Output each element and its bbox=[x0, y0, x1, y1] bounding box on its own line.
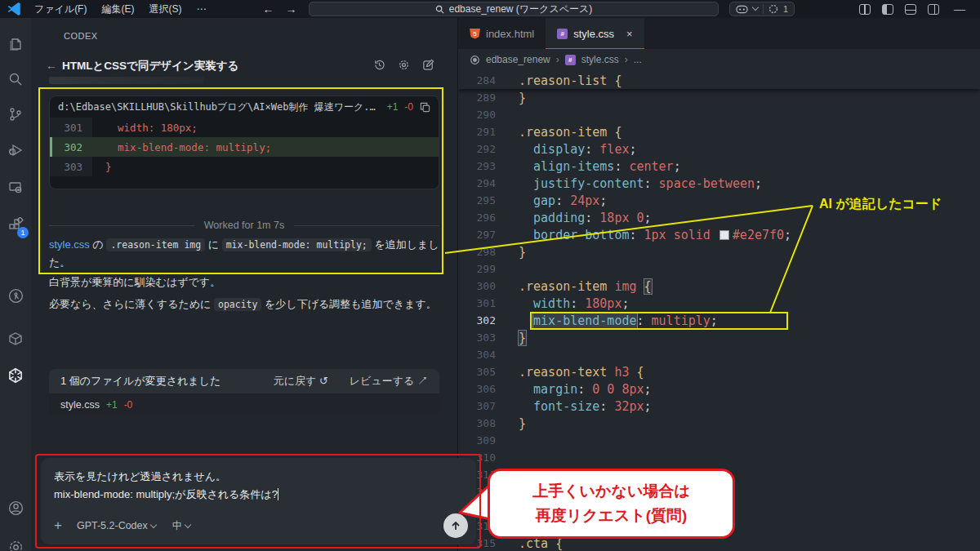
editor-line[interactable]: 293 align-items: center; bbox=[458, 158, 980, 175]
prompt-line-1: 表示を見たけれど透過されません。 bbox=[54, 468, 278, 486]
editor-line[interactable]: 292 display: flex; bbox=[458, 140, 980, 158]
editor-line[interactable]: 290 bbox=[458, 106, 980, 123]
editor-line[interactable]: 299 bbox=[458, 260, 980, 278]
nav-back-icon[interactable]: ← bbox=[262, 2, 274, 16]
copilot-icon bbox=[736, 5, 748, 14]
files-changed-card: 1 個のファイルが変更されました 元に戻す ↺ レビューする ↗ style.c… bbox=[49, 369, 439, 416]
undo-button[interactable]: 元に戻す ↺ bbox=[274, 374, 328, 389]
toggle-secondary-sidebar-icon[interactable] bbox=[928, 4, 939, 15]
tab-style-css[interactable]: # style.css × bbox=[546, 18, 644, 49]
message-text: 必要なら、さらに薄くするために bbox=[49, 298, 214, 310]
menu-edit[interactable]: 編集(E) bbox=[101, 2, 134, 16]
message-text: の bbox=[90, 238, 107, 251]
effort-selector[interactable]: 中 bbox=[172, 519, 201, 533]
file-added-count: +1 bbox=[106, 399, 118, 411]
message-text: を少し下げる調整も追加できます。 bbox=[261, 298, 436, 310]
changed-file-name: style.css bbox=[60, 399, 100, 411]
inline-code: opacity bbox=[214, 298, 261, 311]
changed-file-row[interactable]: style.css +1 -0 bbox=[49, 393, 439, 416]
tab-index-html[interactable]: 5 index.html bbox=[458, 18, 546, 49]
arrow-up-icon bbox=[450, 520, 461, 531]
assistant-message-1: style.css の .reason-item img に mix-blend… bbox=[49, 236, 446, 272]
breadcrumb-separator: › bbox=[625, 54, 628, 65]
panel-title: CODEX bbox=[64, 31, 98, 41]
editor-line[interactable]: 307 font-size: 32px; bbox=[458, 398, 980, 415]
clipped-previous-message bbox=[49, 77, 204, 84]
inline-code: mix-blend-mode: multiply; bbox=[222, 238, 372, 251]
close-tab-icon[interactable]: × bbox=[626, 28, 633, 40]
message-text: に bbox=[205, 238, 222, 251]
search-sidebar-icon[interactable] bbox=[6, 69, 25, 89]
timeline-circle-icon[interactable] bbox=[6, 286, 25, 305]
html-file-icon: 5 bbox=[470, 29, 480, 39]
new-chat-icon[interactable] bbox=[422, 59, 434, 71]
send-button[interactable] bbox=[443, 513, 468, 538]
title-bar: ファイル(F) 編集(E) 選択(S) ⋯ ← → edbase_renew (… bbox=[0, 0, 980, 18]
editor-line[interactable]: 305.reason-text h3 { bbox=[458, 363, 980, 380]
workspace-search-input[interactable]: edbase_renew (ワークスペース) bbox=[309, 2, 719, 16]
editor-line[interactable]: 297 border-bottom: 1px solid #e2e7f0; bbox=[458, 226, 980, 243]
editor-line[interactable]: 291.reason-item { bbox=[458, 123, 980, 140]
copy-icon[interactable] bbox=[420, 102, 430, 113]
assistant-message-2: 白背景が乗算的に馴染むはずです。 bbox=[49, 273, 446, 291]
extensions-icon[interactable]: 1 bbox=[6, 216, 25, 235]
run-debug-icon[interactable] bbox=[6, 140, 25, 160]
editor-line[interactable]: 310 bbox=[458, 449, 980, 466]
editor-line[interactable]: 309 bbox=[458, 432, 980, 449]
editor-line[interactable]: 294 justify-content: space-between; bbox=[458, 175, 980, 192]
review-button[interactable]: レビューする ↗ bbox=[350, 374, 428, 389]
attach-button[interactable]: + bbox=[54, 518, 62, 534]
remote-explorer-icon[interactable] bbox=[6, 178, 25, 198]
bubble-line-2: 再度リクエスト(質問) bbox=[536, 505, 688, 527]
editor-line[interactable]: 304 bbox=[458, 346, 980, 363]
toggle-panel-icon[interactable] bbox=[905, 4, 916, 15]
gear-icon[interactable] bbox=[398, 59, 410, 71]
history-icon[interactable] bbox=[373, 59, 385, 71]
editor-line[interactable]: 308} bbox=[458, 415, 980, 432]
container-icon[interactable] bbox=[6, 329, 25, 349]
layout-grid-icon[interactable] bbox=[859, 4, 871, 15]
symbol-circle-icon bbox=[470, 55, 480, 65]
breadcrumb-file[interactable]: style.css bbox=[581, 54, 619, 65]
menu-more[interactable]: ⋯ bbox=[196, 3, 206, 15]
editor-line[interactable]: 300.reason-item img { bbox=[458, 278, 980, 295]
prompt-input[interactable]: 表示を見たけれど透過されません。 mix-blend-mode: multipl… bbox=[41, 458, 476, 544]
account-icon[interactable] bbox=[6, 498, 25, 518]
explorer-icon[interactable] bbox=[6, 34, 25, 54]
divider bbox=[763, 4, 764, 14]
file-link[interactable]: style.css bbox=[49, 238, 90, 251]
search-icon bbox=[435, 5, 444, 14]
chevron-down-icon bbox=[150, 522, 157, 528]
menu-file[interactable]: ファイル(F) bbox=[34, 2, 87, 16]
copilot-widget[interactable]: 1 bbox=[729, 2, 795, 16]
worked-divider: Worked for 1m 7s bbox=[49, 220, 439, 231]
diff-line[interactable]: 303} bbox=[50, 157, 439, 176]
editor-line[interactable]: 302 mix-blend-mode: multiply; bbox=[458, 312, 980, 329]
breadcrumb[interactable]: edbase_renew › # style.css › ... bbox=[458, 49, 980, 70]
bubble-line-1: 上手くいかない場合は bbox=[532, 481, 690, 502]
breadcrumb-root[interactable]: edbase_renew bbox=[486, 54, 550, 65]
minimize-icon[interactable]: — bbox=[954, 2, 965, 16]
editor-line[interactable]: 289} bbox=[458, 89, 980, 106]
codex-openai-icon[interactable] bbox=[6, 366, 25, 385]
menu-selection[interactable]: 選択(S) bbox=[149, 2, 181, 16]
editor-line[interactable]: 298} bbox=[458, 243, 980, 260]
settings-gear-icon[interactable] bbox=[6, 537, 25, 551]
diff-line[interactable]: 301 width: 180px; bbox=[50, 118, 439, 137]
ai-code-annotation-label: AI が追記したコード bbox=[819, 196, 942, 213]
diff-line[interactable]: 302 mix-blend-mode: multiply; bbox=[50, 137, 439, 157]
model-selector[interactable]: GPT-5.2-Codex bbox=[77, 520, 166, 531]
nav-forward-icon[interactable]: → bbox=[285, 2, 296, 16]
editor-line[interactable]: 301 width: 180px; bbox=[458, 295, 980, 312]
extensions-badge: 1 bbox=[17, 227, 29, 238]
sticky-scroll-line[interactable]: 284.reason-list { bbox=[458, 72, 980, 89]
toggle-sidebar-icon[interactable] bbox=[882, 4, 893, 15]
source-control-icon[interactable] bbox=[6, 104, 25, 124]
diff-file-path: d:\Edbase\SKILLHUB\Skillhubブログ\AI×Web制作 … bbox=[58, 100, 381, 114]
breadcrumb-more[interactable]: ... bbox=[634, 54, 642, 65]
editor-line[interactable]: 303} bbox=[458, 329, 980, 346]
back-icon[interactable]: ← bbox=[46, 59, 57, 72]
editor-line[interactable]: 306 margin: 0 0 8px; bbox=[458, 380, 980, 398]
diff-card[interactable]: d:\Edbase\SKILLHUB\Skillhubブログ\AI×Web制作 … bbox=[49, 96, 439, 189]
diff-added-count: +1 bbox=[387, 101, 399, 113]
